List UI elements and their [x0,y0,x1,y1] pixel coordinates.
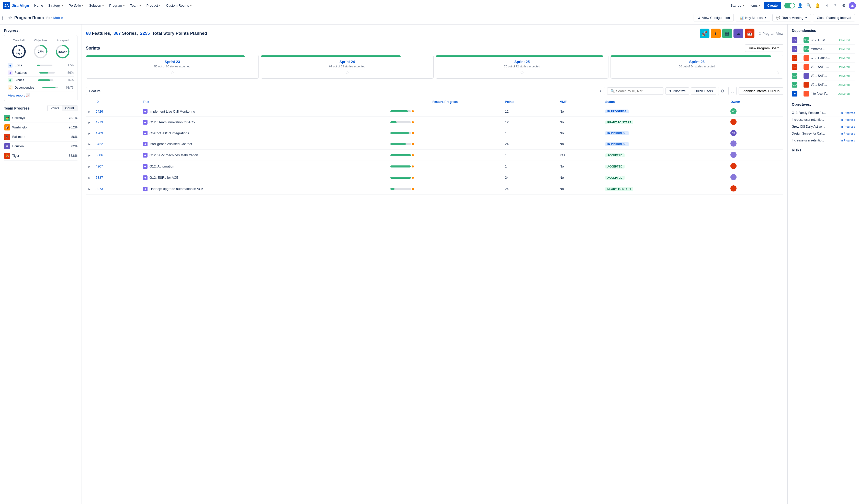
row-expand[interactable]: ▶ [89,132,91,135]
close-planning-interval-button[interactable]: Close Planning Interval [813,14,855,21]
prioritize-icon: ⬆ [669,89,672,93]
team-tab-points[interactable]: Points [48,106,62,111]
row-id[interactable]: 4207 [95,164,103,168]
sprint-card-24[interactable]: Sprint 24 67 out of 83 stories accepted … [261,55,434,79]
row-id[interactable]: 5387 [95,176,103,179]
view-icon-calendar[interactable]: 📅 [745,29,754,38]
row-points: 24 [502,138,557,149]
view-program-board-button[interactable]: View Program Board [745,44,783,52]
key-metrics-button[interactable]: 📊 Key Metrics ▼ [736,14,770,21]
search-input[interactable] [616,89,660,93]
nav-item-team[interactable]: Team ▼ [128,2,144,9]
sprint-card-25[interactable]: Sprint 25 70 out of 72 stories accepted … [436,55,608,79]
view-icon-list[interactable]: ▦ [722,29,732,38]
col-title[interactable]: Title [140,98,388,106]
settings-icon-btn[interactable]: ⚙ [718,87,726,95]
collapse-toggle[interactable]: ❮ [0,11,5,25]
nav-item-portfolio[interactable]: Portfolio ▼ [67,2,86,9]
row-expand[interactable]: ▶ [89,143,91,145]
stories-icon: ◉ [8,78,13,82]
nav-item-product[interactable]: Product ▼ [145,2,163,9]
nav-toggle-circle [790,3,795,8]
user-icon-btn[interactable]: 👤 [797,2,804,9]
row-id[interactable]: 4209 [95,131,103,135]
view-report-link[interactable]: View report 📈 [8,93,74,97]
dep-item: GD → V2.1 SAT ... Delivered [792,80,855,89]
checklist-icon-btn[interactable]: ☑ [823,2,830,9]
row-expand[interactable]: ▶ [89,165,91,168]
row-id[interactable]: 4273 [95,120,103,124]
star-icon[interactable]: ☆ [8,15,12,21]
burnup-button[interactable]: Planning Interval BurnUp [739,87,783,95]
col-id[interactable]: ID [93,98,140,106]
view-configuration-button[interactable]: ⚙ View Configuration [694,14,734,21]
team-row-houston: 🌩 Houston 62% [4,142,77,151]
feature-icon: ◆ [143,164,148,169]
progress-section: Progress: Time Left 14 days [4,29,77,101]
help-icon-btn[interactable]: ? [831,2,839,9]
row-id[interactable]: 5386 [95,153,103,157]
team-tab-count[interactable]: Count [62,106,77,111]
nav-logo[interactable]: JA Jira Align [3,2,29,9]
view-icon-rocket[interactable]: 🚀 [700,29,709,38]
quick-filters-button[interactable]: Quick Filters [691,87,716,95]
expand-icon-btn[interactable]: ⛶ [728,87,737,95]
feature-icon: ◆ [143,120,148,125]
col-owner[interactable]: Owner [728,98,783,106]
nav-item-home[interactable]: Home [32,2,45,9]
nav-item-solution[interactable]: Solution ▼ [87,2,106,9]
team-row-washington: 🏈 Washington 90.2% [4,123,77,132]
nav-toggle[interactable] [784,3,795,9]
col-mmf[interactable]: MMF [557,98,603,106]
feature-icon: ◆ [143,187,148,191]
page-header: 68 Features, 367 Stories, 2255 Total Sto… [82,25,787,40]
run-meeting-button[interactable]: 💬 Run a Meeting ▼ [772,14,811,21]
jira-align-logo-icon: JA [3,2,10,9]
chevron-down-icon: ▼ [82,4,84,7]
feature-progress-bar [390,121,500,123]
row-expand[interactable]: ▶ [89,110,91,113]
sprint-card-23[interactable]: Sprint 23 55 out of 60 stories accepted … [86,55,259,79]
user-avatar[interactable]: JD [849,2,856,9]
dep-text: V2.1 SAT ... [811,74,836,78]
view-icon-chart[interactable]: 🌡 [711,29,721,38]
notifications-icon-btn[interactable]: 🔔 [814,2,821,9]
row-points: 12 [502,106,557,117]
sprint-26-progress-bar [611,55,771,57]
row-expand[interactable]: ▶ [89,154,91,157]
program-view-label[interactable]: ⚙ Program View [758,32,783,35]
feature-dropdown[interactable]: Feature ▼ [86,87,605,95]
dep-item: B → G12: Hadoo... Delivered [792,53,855,63]
row-id[interactable]: 3973 [95,187,103,191]
settings-icon-btn[interactable]: ⚙ [840,2,847,9]
nav-bar: JA Jira Align Home Strategy ▼ Portfolio … [0,0,859,11]
create-button[interactable]: Create [764,2,781,9]
prioritize-button[interactable]: ⬆ Prioritize [665,87,689,95]
feature-icon: ◆ [143,109,148,114]
view-icon-cloud[interactable]: ☁ [734,29,743,38]
col-status[interactable]: Status [603,98,728,106]
row-expand[interactable]: ▶ [89,188,91,190]
search-icon-btn[interactable]: 🔍 [805,2,813,9]
owner-avatar [730,174,737,180]
chevron-down-icon: ▼ [805,17,807,19]
nav-item-program[interactable]: Program ▼ [107,2,127,9]
col-points[interactable]: Points [502,98,557,106]
status-badge: ACCEPTED [605,176,624,180]
nav-item-starred[interactable]: Starred ▼ [728,2,747,9]
row-id[interactable]: 3422 [95,142,103,146]
nav-item-items[interactable]: Items ▼ [748,2,763,9]
row-points: 12 [502,117,557,128]
col-progress[interactable]: Feature Progress [388,98,502,106]
row-expand[interactable]: ▶ [89,176,91,179]
main-content: Progress: Time Left 14 days [0,25,859,504]
nav-item-strategy[interactable]: Strategy ▼ [46,2,65,9]
sprint-24-diamond: ◇ [265,70,430,75]
row-expand[interactable]: ▶ [89,121,91,124]
table-row: ▶ 4209 ◆ Chatbot JSON integrations 1 No … [86,128,783,138]
nav-item-custom-rooms[interactable]: Custom Rooms ▼ [164,2,194,9]
sprint-card-26[interactable]: Sprint 26 50 out of 54 stories accepted … [611,55,783,79]
feature-progress-bar [390,188,500,190]
row-id[interactable]: 5426 [95,110,103,113]
feature-progress-bar [390,132,500,134]
